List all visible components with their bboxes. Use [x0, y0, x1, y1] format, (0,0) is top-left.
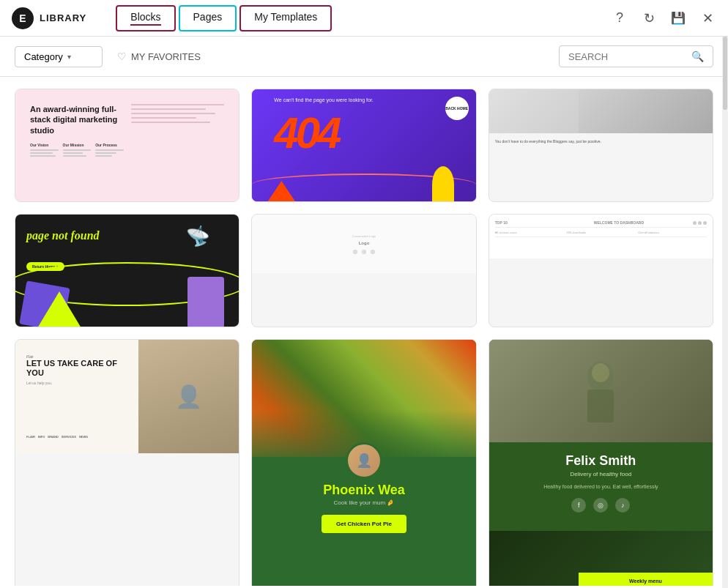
- card-felix-subtitle: Delivery of healthy food: [500, 471, 702, 477]
- card-logo-text: Construction Logo: [352, 234, 376, 238]
- tab-mytemplates[interactable]: My Templates: [239, 5, 332, 31]
- svg-point-2: [592, 363, 609, 382]
- header-actions: ? ↻ 💾 ✕: [611, 10, 716, 27]
- card-404-subtitle: We can't find the page you were looking …: [274, 97, 373, 104]
- card-felix-description: Healthy food delivered to you. Eat well,…: [500, 483, 702, 491]
- tiktok-icon[interactable]: ♪: [615, 498, 630, 513]
- scrollbar-thumb[interactable]: [723, 37, 727, 110]
- logo-icon: E: [12, 7, 34, 29]
- instagram-icon[interactable]: ◎: [593, 498, 608, 513]
- card-logo-simple[interactable]: Construction Logo Logo: [251, 214, 476, 327]
- card-marketing-title: An award-winning full-stack digital mark…: [30, 104, 124, 135]
- card-phoenix-tagline: Cook like your mum 🤌: [263, 499, 464, 506]
- save-icon[interactable]: 💾: [669, 10, 687, 27]
- search-icon: 🔍: [691, 51, 704, 62]
- card-notfound-title: page not found: [26, 229, 100, 242]
- card-care[interactable]: Flair LET US TAKE CARE OF YOU Let us hel…: [15, 339, 239, 586]
- card-felix-name: Felix Smith: [500, 453, 702, 469]
- card-felix-chef-image: [489, 340, 713, 442]
- tab-pages[interactable]: Pages: [179, 5, 237, 31]
- card-care-title: LET US TAKE CARE OF YOU: [26, 359, 127, 378]
- card-felix-social: f ◎ ♪: [500, 498, 702, 513]
- card-page-not-found[interactable]: page not found Return Home > 📡: [15, 214, 239, 327]
- tab-blocks[interactable]: Blocks: [116, 5, 175, 31]
- card-marketing[interactable]: An award-winning full-stack digital mark…: [15, 89, 239, 202]
- chevron-down-icon: ▾: [67, 53, 71, 61]
- card-felix-menu-button[interactable]: Weekly menu: [579, 573, 713, 586]
- card-care-subtitle: Let us help you.: [26, 381, 127, 385]
- tabs: Blocks Pages My Templates: [116, 5, 332, 31]
- heart-icon: ♡: [117, 51, 127, 62]
- card-business-blog[interactable]: You don't have to do everything the Blog…: [489, 89, 713, 202]
- category-dropdown[interactable]: Category ▾: [15, 46, 103, 67]
- card-phoenix-avatar: 👤: [346, 442, 382, 479]
- header: E LIBRARY Blocks Pages My Templates ? ↻ …: [0, 0, 728, 37]
- card-felix[interactable]: Felix Smith Delivery of healthy food Hea…: [489, 339, 713, 586]
- logo-area: E LIBRARY: [12, 7, 86, 29]
- card-phoenix[interactable]: 👤 Phoenix Wea Cook like your mum 🤌 Get C…: [251, 339, 476, 586]
- close-icon[interactable]: ✕: [699, 10, 716, 27]
- card-404-text: 404: [274, 111, 338, 155]
- card-logo-label: Logo: [352, 241, 376, 245]
- card-table-minimal[interactable]: TOP 10 WELCOME TO DASHBOARD All reviews …: [489, 214, 713, 327]
- card-phoenix-cta[interactable]: Get Chicken Pot Pie: [322, 515, 406, 533]
- scrollbar-track[interactable]: [722, 37, 728, 588]
- satellite-icon: 📡: [185, 223, 212, 250]
- help-icon[interactable]: ?: [611, 10, 628, 27]
- search-input[interactable]: [568, 51, 686, 62]
- toolbar: Category ▾ ♡ MY FAVORITES 🔍: [0, 37, 728, 77]
- card-404-colorful[interactable]: We can't find the page you were looking …: [251, 89, 476, 202]
- card-felix-veggie-image: Weekly menu: [489, 531, 713, 586]
- svg-rect-1: [587, 390, 614, 423]
- refresh-icon[interactable]: ↻: [640, 10, 658, 27]
- facebook-icon[interactable]: f: [571, 498, 586, 513]
- favorites-button[interactable]: ♡ MY FAVORITES: [117, 51, 201, 62]
- card-business-text: You don't have to do everything the Blog…: [489, 133, 713, 150]
- card-404-button: BACK HOME: [445, 97, 469, 120]
- search-area[interactable]: 🔍: [559, 45, 713, 67]
- logo-text: LIBRARY: [40, 12, 86, 23]
- card-phoenix-name: Phoenix Wea: [263, 483, 464, 498]
- card-phoenix-food-image: [252, 340, 475, 457]
- template-grid: An award-winning full-stack digital mark…: [0, 77, 728, 586]
